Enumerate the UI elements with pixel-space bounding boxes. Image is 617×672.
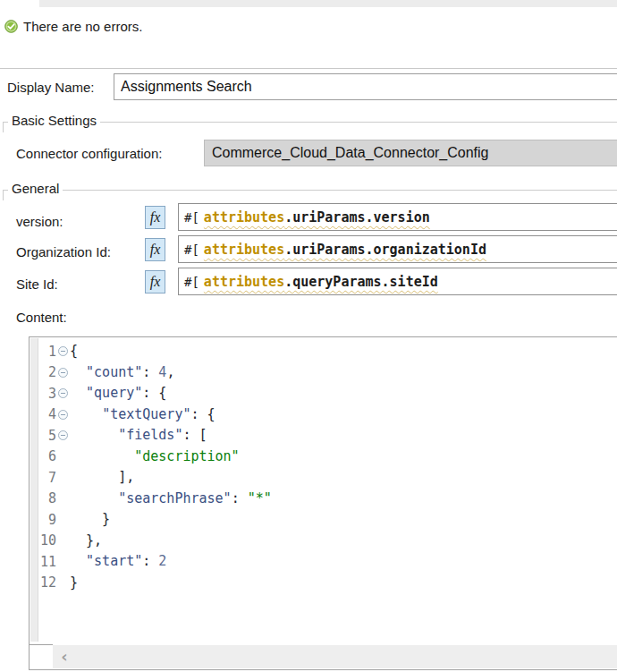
code-line: 1{ [40,341,616,362]
code-text: "start": 2 [70,551,166,573]
fold-collapse-icon[interactable] [58,388,68,398]
json-code-editor[interactable]: 1{2 "count": 4,3 "query": {4 "textQuery"… [29,336,617,670]
group-title-general: General [8,181,63,196]
fx-button-site-id[interactable]: fx [145,270,165,293]
fold-collapse-icon[interactable] [58,346,68,356]
code-text: }, [70,531,102,552]
code-text: } [70,509,110,531]
group-basic-settings: Basic Settings [3,122,617,123]
separator-line [0,68,617,69]
line-number: 7 [40,470,56,486]
scroll-left-button[interactable]: ‹ [53,645,76,668]
code-line: 7 ], [40,467,616,489]
fold-column [56,388,70,398]
fold-collapse-icon[interactable] [58,410,68,420]
fold-column [56,368,70,378]
connector-configuration-label: Connector configuration: [16,146,162,161]
expression-prefix: #[ [184,275,199,289]
version-expression-input[interactable]: #[attributes.uriParams.version [178,203,617,231]
check-ok-icon [4,20,18,33]
line-number: 2 [40,364,56,380]
code-line: 8 "searchPhrase": "*" [40,489,616,510]
display-name-input[interactable] [114,73,617,100]
code-line: 9 } [40,509,616,531]
fold-column [56,430,70,440]
connector-configuration-field[interactable]: Commerce_Cloud_Data_Connector_Config [204,140,617,166]
expression-text: attributes.queryParams.siteId [204,274,438,290]
organization-id-expression-input[interactable]: #[attributes.uriParams.organizationId [178,235,617,263]
line-number: 3 [40,386,56,402]
fold-column [56,410,70,420]
fold-collapse-icon[interactable] [58,368,68,378]
line-number: 9 [40,512,56,528]
code-text: "textQuery": { [70,404,216,426]
line-number: 8 [40,490,56,506]
group-border-stub [3,190,4,200]
code-line: 11 "start": 2 [40,551,616,573]
group-title-basic-settings: Basic Settings [8,113,100,128]
code-line: 5 "fields": [ [40,425,616,447]
line-number: 6 [40,448,56,464]
code-text: "query": { [70,383,166,404]
line-number: 1 [40,344,56,360]
annotation-ruler [30,338,38,642]
editor-bottom-border [30,644,53,645]
group-general: General [3,190,617,191]
code-lines: 1{2 "count": 4,3 "query": {4 "textQuery"… [40,341,616,593]
group-border-line [3,190,617,191]
code-line: 6 "description" [40,447,616,468]
organization-id-label: Organization Id: [16,244,111,259]
content-label: Content: [16,310,67,325]
line-number: 12 [40,574,56,591]
status-message: There are no errors. [23,19,142,34]
fx-button-organization-id[interactable]: fx [145,238,165,261]
code-text: ], [70,467,134,489]
code-text: "description" [70,447,240,468]
code-line: 4 "textQuery": { [40,404,616,426]
fx-button-version[interactable]: fx [145,206,165,229]
line-number: 5 [40,428,56,444]
code-line: 12} [40,573,616,594]
connector-configuration-value: Commerce_Cloud_Data_Connector_Config [212,145,489,161]
expression-text: attributes.uriParams.version [204,209,430,225]
group-border-stub [3,122,4,132]
code-text: { [70,341,78,362]
line-number: 10 [40,532,56,549]
code-text: } [70,573,78,594]
expression-prefix: #[ [184,242,199,257]
version-label: version: [16,214,63,229]
site-id-expression-input[interactable]: #[attributes.queryParams.siteId [178,268,617,295]
site-id-label: Site Id: [16,276,58,292]
fold-collapse-icon[interactable] [58,430,68,440]
code-text: "searchPhrase": "*" [70,489,272,510]
fold-column [56,346,70,356]
expression-prefix: #[ [184,210,199,225]
code-text: "count": 4, [70,362,174,384]
status-row: There are no errors. [4,19,142,34]
code-line: 10 }, [40,531,616,552]
horizontal-scrollbar[interactable]: ‹ [53,645,617,668]
code-text: "fields": [ [70,425,207,447]
toolbar-strip [39,0,617,7]
display-name-label: Display Name: [7,80,95,95]
code-line: 3 "query": { [40,383,616,404]
line-number: 4 [40,406,56,422]
line-number: 11 [40,554,56,570]
code-line: 2 "count": 4, [40,362,616,384]
expression-text: attributes.uriParams.organizationId [204,242,486,258]
